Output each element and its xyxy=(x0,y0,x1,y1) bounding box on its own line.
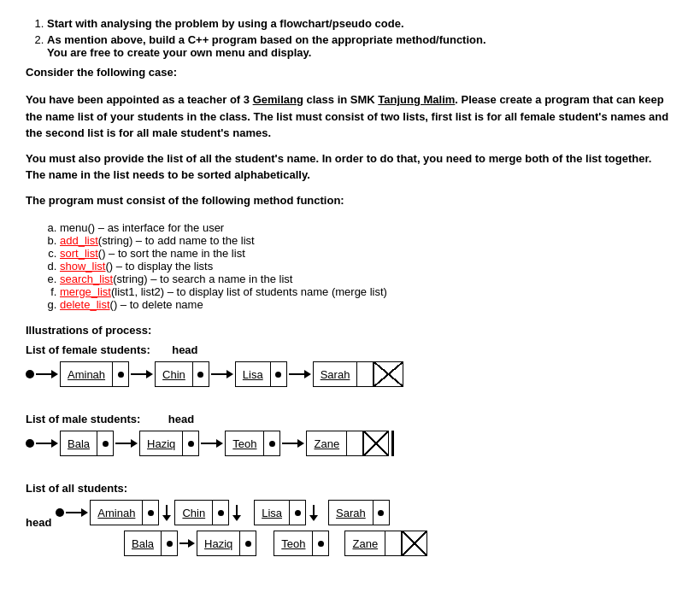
instructions-section: Start with analysing the problem by usin… xyxy=(26,17,674,79)
female-list-label: List of female students: head xyxy=(26,343,674,356)
node-all-teoh: Teoh xyxy=(274,531,329,556)
node-all-lisa: Lisa xyxy=(254,500,306,525)
arrow xyxy=(289,370,311,378)
method-search-list: search_list(string) – to search a name i… xyxy=(60,273,674,285)
node-end-all xyxy=(402,531,427,556)
node-zane: Zane xyxy=(306,431,363,456)
arrow xyxy=(36,370,58,378)
all-list-diagram: head Aminah Chin xyxy=(26,500,674,556)
description-section: You have been appointed as a teacher of … xyxy=(26,91,674,208)
node-all-haziq: Haziq xyxy=(197,531,256,556)
male-list-label: List of male students: head xyxy=(26,413,674,425)
methods-list: menu() – as interface for the user add_l… xyxy=(60,221,674,311)
method-delete-list: delete_list() – to delete name xyxy=(60,298,674,311)
female-list-diagram: Aminah Chin Lisa Sarah xyxy=(26,361,674,387)
arrow xyxy=(201,439,223,448)
illustrations-section: Illustrations of process: List of female… xyxy=(26,324,674,556)
node-all-chin: Chin xyxy=(174,500,229,525)
node-bala: Bala xyxy=(60,431,114,456)
node-aminah: Aminah xyxy=(60,361,129,387)
node-all-aminah: Aminah xyxy=(90,500,159,525)
merge-head-label: head xyxy=(26,516,51,529)
consider-label: Consider the following case: xyxy=(26,66,674,79)
all-list-label: List of all students: xyxy=(26,482,674,495)
methods-section: menu() – as interface for the user add_l… xyxy=(26,221,674,311)
node-haziq: Haziq xyxy=(139,431,199,456)
node-all-sarah: Sarah xyxy=(328,500,390,525)
method-merge-list: merge_list(list1, list2) – to display li… xyxy=(60,285,674,298)
method-show-list: show_list() – to display the lists xyxy=(60,260,674,273)
merge-bottom-row: Bala Haziq Teoh Zane xyxy=(124,531,674,556)
method-sort-list: sort_list() – to sort the name in the li… xyxy=(60,247,674,260)
male-start-dot xyxy=(26,439,34,448)
node-all-zane: Zane xyxy=(344,531,402,556)
arrow xyxy=(211,370,233,378)
arrow xyxy=(36,439,58,448)
node-teoh: Teoh xyxy=(225,431,280,456)
merge-top-area: head Aminah Chin xyxy=(26,500,674,529)
numbered-list: Start with analysing the problem by usin… xyxy=(47,17,674,59)
arrow xyxy=(115,439,138,448)
node-chin: Chin xyxy=(155,361,209,387)
node-end-female xyxy=(374,361,403,387)
node-all-bala: Bala xyxy=(124,531,178,556)
arrow xyxy=(282,439,304,448)
all-start-dot xyxy=(56,508,64,517)
node-end-male xyxy=(363,431,394,456)
node-sarah: Sarah xyxy=(313,361,374,387)
illustrations-title: Illustrations of process: xyxy=(26,324,674,337)
female-start-dot xyxy=(26,370,34,378)
instruction-item-2: As mention above, build a C++ program ba… xyxy=(47,33,674,59)
arrow xyxy=(179,539,195,548)
instruction-item-1: Start with analysing the problem by usin… xyxy=(47,17,674,30)
node-lisa: Lisa xyxy=(235,361,287,387)
arrow xyxy=(131,370,153,378)
method-add-list: add_list(string) – to add name to the li… xyxy=(60,234,674,247)
method-menu: menu() – as interface for the user xyxy=(60,221,674,234)
description-para2: You must also provide the list of all th… xyxy=(26,150,674,184)
description-para1: You have been appointed as a teacher of … xyxy=(26,91,674,142)
description-para3: The program must consist of the followin… xyxy=(26,192,674,209)
male-list-diagram: Bala Haziq Teoh Zane xyxy=(26,431,674,456)
arrow xyxy=(66,508,88,517)
